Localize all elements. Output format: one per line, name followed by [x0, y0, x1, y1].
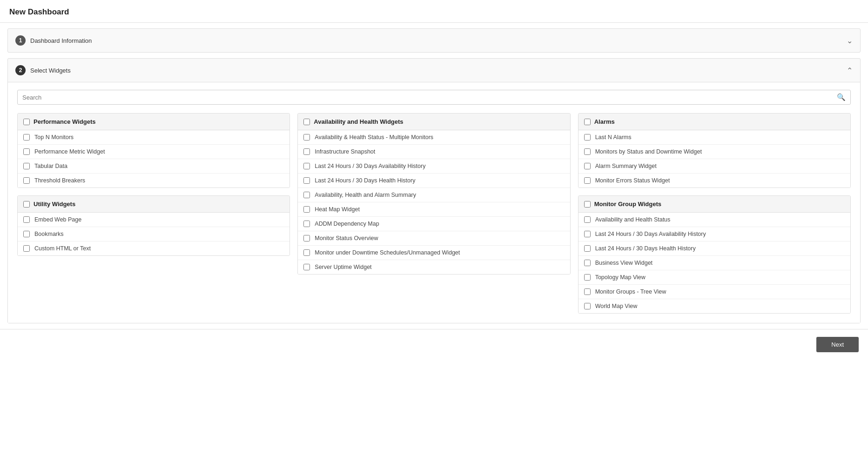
widgets-grid: Performance Widgets Top N Monitors Perfo… [17, 113, 851, 314]
server-uptime-checkbox[interactable] [303, 264, 310, 270]
list-item: Embed Web Page [18, 213, 289, 227]
embed-web-page-label: Embed Web Page [34, 216, 81, 223]
list-item: ADDM Dependency Map [298, 217, 570, 231]
world-map-checkbox[interactable] [584, 303, 591, 309]
embed-web-page-checkbox[interactable] [23, 216, 30, 223]
addm-dependency-checkbox[interactable] [303, 221, 310, 227]
topology-map-label: Topology Map View [595, 274, 646, 281]
world-map-label: World Map View [595, 303, 638, 309]
step-1-section: 1 Dashboard Information ⌄ [7, 28, 861, 53]
alarms-title: Alarms [594, 118, 615, 125]
availability-widgets-group: Availability and Health Widgets Availabi… [297, 113, 570, 275]
infra-snapshot-checkbox[interactable] [303, 148, 310, 155]
topology-map-checkbox[interactable] [584, 274, 591, 281]
bookmarks-checkbox[interactable] [23, 231, 30, 237]
list-item: Tabular Data [18, 159, 289, 174]
performance-widgets-checkbox[interactable] [23, 119, 30, 125]
alarms-group: Alarms Last N Alarms Monitors by Status … [578, 113, 851, 188]
monitor-downtime-checkbox[interactable] [303, 249, 310, 256]
mg-avail-history-checkbox[interactable] [584, 231, 591, 237]
list-item: Alarm Summary Widget [579, 159, 850, 174]
heat-map-checkbox[interactable] [303, 206, 310, 213]
health-history-label: Last 24 Hours / 30 Days Health History [315, 177, 415, 184]
list-item: Last 24 Hours / 30 Days Availability His… [579, 227, 850, 241]
alarm-summary-checkbox[interactable] [584, 163, 591, 169]
business-view-checkbox[interactable] [584, 260, 591, 266]
last-n-alarms-checkbox[interactable] [584, 134, 591, 141]
tabular-data-label: Tabular Data [34, 163, 67, 169]
custom-html-label: Custom HTML or Text [34, 245, 91, 252]
list-item: Server Uptime Widget [298, 260, 570, 274]
mg-avail-health-status-checkbox[interactable] [584, 216, 591, 223]
step-2-title: Select Widgets [30, 67, 847, 74]
performance-metric-checkbox[interactable] [23, 148, 30, 155]
monitors-by-status-checkbox[interactable] [584, 148, 591, 155]
monitor-group-widgets-group: Monitor Group Widgets Availability and H… [578, 195, 851, 314]
list-item: Last 24 Hours / 30 Days Health History [298, 174, 570, 188]
list-item: Availability and Health Status [579, 213, 850, 227]
footer: Next [0, 329, 868, 360]
monitors-by-status-label: Monitors by Status and Downtime Widget [595, 148, 702, 155]
utility-widgets-title: Utility Widgets [34, 201, 75, 208]
avail-health-alarm-checkbox[interactable] [303, 192, 310, 198]
custom-html-checkbox[interactable] [23, 245, 30, 252]
tabular-data-checkbox[interactable] [23, 163, 30, 169]
top-n-monitors-checkbox[interactable] [23, 134, 30, 141]
avail-health-status-label: Availability & Health Status - Multiple … [315, 134, 433, 141]
list-item: Infrastructure Snapshot [298, 145, 570, 159]
list-item: Monitor under Downtime Schedules/Unmanag… [298, 246, 570, 260]
monitor-downtime-label: Monitor under Downtime Schedules/Unmanag… [315, 249, 460, 256]
alarm-summary-label: Alarm Summary Widget [595, 163, 657, 169]
list-item: Monitor Status Overview [298, 231, 570, 246]
bookmarks-label: Bookmarks [34, 231, 64, 237]
list-item: Monitors by Status and Downtime Widget [579, 145, 850, 159]
mg-health-history-checkbox[interactable] [584, 245, 591, 252]
mg-avail-health-status-label: Availability and Health Status [595, 216, 671, 223]
step-2-body: 🔍 Performance Widgets Top N Monitors [8, 82, 860, 323]
step-2-header[interactable]: 2 Select Widgets ⌃ [8, 59, 860, 82]
step-2-chevron: ⌃ [847, 66, 853, 75]
availability-widgets-checkbox[interactable] [303, 119, 310, 125]
mg-health-history-label: Last 24 Hours / 30 Days Health History [595, 245, 696, 252]
top-n-monitors-label: Top N Monitors [34, 134, 74, 141]
avail-health-status-checkbox[interactable] [303, 134, 310, 141]
performance-widgets-header: Performance Widgets [18, 114, 289, 130]
server-uptime-label: Server Uptime Widget [315, 264, 371, 270]
page-header: New Dashboard [0, 0, 868, 23]
health-history-checkbox[interactable] [303, 177, 310, 184]
monitor-groups-tree-checkbox[interactable] [584, 288, 591, 295]
heat-map-label: Heat Map Widget [315, 206, 360, 213]
avail-health-alarm-label: Availability, Health and Alarm Summary [315, 192, 416, 198]
availability-widgets-title: Availability and Health Widgets [314, 118, 403, 125]
list-item: Last N Alarms [579, 130, 850, 145]
list-item: World Map View [579, 299, 850, 313]
list-item: Heat Map Widget [298, 202, 570, 217]
infra-snapshot-label: Infrastructure Snapshot [315, 148, 375, 155]
search-input[interactable] [22, 94, 837, 101]
list-item: Custom HTML or Text [18, 241, 289, 255]
step-1-header[interactable]: 1 Dashboard Information ⌄ [8, 29, 860, 52]
right-column: Alarms Last N Alarms Monitors by Status … [578, 113, 851, 314]
list-item: Last 24 Hours / 30 Days Health History [579, 241, 850, 256]
list-item: Last 24 Hours / 30 Days Availability His… [298, 159, 570, 174]
monitor-status-overview-checkbox[interactable] [303, 235, 310, 241]
mg-avail-history-label: Last 24 Hours / 30 Days Availability His… [595, 231, 706, 237]
threshold-breakers-checkbox[interactable] [23, 177, 30, 184]
monitor-groups-tree-label: Monitor Groups - Tree View [595, 288, 666, 295]
avail-history-checkbox[interactable] [303, 163, 310, 169]
next-button[interactable]: Next [816, 337, 859, 352]
list-item: Topology Map View [579, 270, 850, 285]
monitor-group-widgets-checkbox[interactable] [584, 201, 591, 208]
left-column: Performance Widgets Top N Monitors Perfo… [17, 113, 290, 256]
list-item: Top N Monitors [18, 130, 289, 145]
utility-widgets-checkbox[interactable] [23, 201, 30, 208]
monitor-errors-checkbox[interactable] [584, 177, 591, 184]
utility-widgets-header: Utility Widgets [18, 196, 289, 213]
monitor-errors-label: Monitor Errors Status Widget [595, 177, 670, 184]
list-item: Bookmarks [18, 227, 289, 241]
utility-widgets-group: Utility Widgets Embed Web Page Bookmarks… [17, 195, 290, 256]
page-title: New Dashboard [9, 7, 69, 16]
list-item: Business View Widget [579, 256, 850, 270]
alarms-checkbox[interactable] [584, 119, 591, 125]
performance-widgets-group: Performance Widgets Top N Monitors Perfo… [17, 113, 290, 188]
